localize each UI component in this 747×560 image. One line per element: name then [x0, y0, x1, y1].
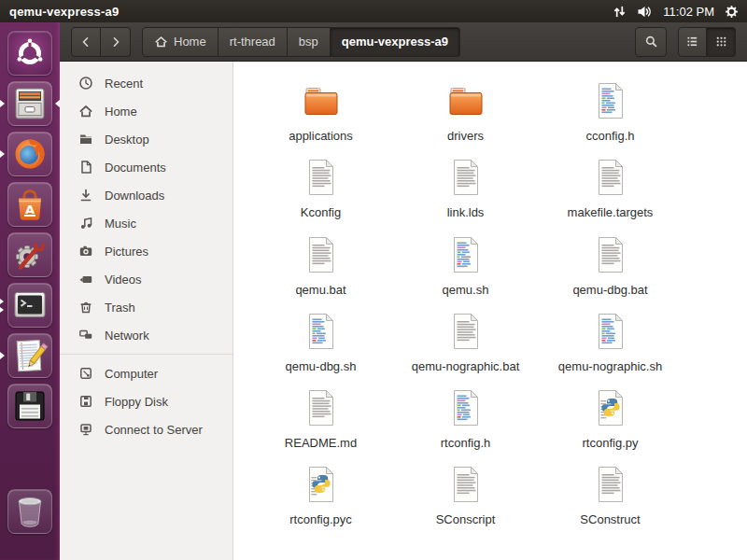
volume-icon[interactable]	[637, 5, 653, 19]
file-readme-md[interactable]: README.md	[248, 382, 393, 458]
launcher-item-dash[interactable]	[0, 31, 60, 76]
session-gear-icon[interactable]	[725, 5, 739, 19]
folder-file-icon	[444, 78, 488, 127]
sidebar-item-label: Videos	[105, 273, 142, 287]
launcher-item-settings[interactable]	[0, 232, 60, 277]
trash-icon	[7, 489, 52, 534]
indicator-area: 11:02 PM	[613, 5, 747, 19]
launcher-item-terminal[interactable]	[0, 283, 60, 328]
file-label: SConscript	[436, 512, 496, 527]
sidebar-separator	[60, 354, 233, 355]
sidebar-item-label: Music	[105, 217, 136, 231]
sidebar-item-home[interactable]: Home	[60, 97, 233, 125]
sidebar-item-trash[interactable]: Trash	[60, 293, 233, 321]
svg-text:A: A	[25, 203, 35, 217]
file-applications[interactable]: applications	[248, 75, 393, 151]
clock-label[interactable]: 11:02 PM	[663, 5, 714, 19]
file-drivers[interactable]: drivers	[393, 75, 538, 151]
places-sidebar: RecentHomeDesktopDocumentsDownloadsMusic…	[60, 62, 233, 560]
running-indicator	[0, 307, 4, 313]
file-rtconfig-pyc[interactable]: rtconfig.pyc	[248, 458, 393, 535]
file-label: rtconfig.h	[441, 436, 490, 451]
grid-view-button[interactable]	[707, 27, 736, 57]
sidebar-item-recent[interactable]: Recent	[60, 69, 233, 97]
file-label: makefile.targets	[568, 205, 654, 220]
text-file-icon	[444, 462, 488, 511]
file-qemu-nographic-bat[interactable]: qemu-nographic.bat	[393, 305, 538, 382]
sidebar-item-computer[interactable]: Computer	[60, 359, 233, 387]
back-button[interactable]	[71, 27, 101, 57]
floppy-icon	[7, 384, 52, 428]
window-title: qemu-vexpress-a9	[9, 5, 119, 19]
code-file-icon	[588, 309, 633, 357]
focused-indicator	[55, 100, 60, 107]
forward-button[interactable]	[101, 27, 131, 57]
file-rtconfig-h[interactable]: rtconfig.h	[393, 382, 538, 458]
file-label: link.lds	[447, 205, 485, 220]
breadcrumb: Homert-threadbspqemu-vexpress-a9	[142, 27, 460, 57]
sidebar-item-network[interactable]: Network	[60, 321, 233, 349]
file-qemu-dbg-bat[interactable]: qemu-dbg.bat	[538, 229, 683, 305]
breadcrumb-qemu-vexpress-a9[interactable]: qemu-vexpress-a9	[331, 27, 460, 57]
launcher-item-floppy[interactable]	[0, 384, 60, 428]
sidebar-item-label: Floppy Disk	[105, 395, 168, 409]
file-label: cconfig.h	[585, 129, 634, 144]
file-sconscript[interactable]: SConscript	[393, 458, 538, 535]
text-file-icon	[299, 232, 344, 281]
file-qemu-dbg-sh[interactable]: qemu-dbg.sh	[248, 305, 393, 382]
sidebar-item-desktop[interactable]: Desktop	[60, 125, 233, 153]
text-file-icon	[299, 385, 344, 434]
launcher-item-software-center[interactable]: A	[0, 182, 60, 227]
search-button[interactable]	[635, 27, 667, 57]
file-label: applications	[289, 129, 353, 144]
python-file-icon	[299, 462, 344, 511]
code-file-icon	[299, 309, 344, 357]
desktop-icon	[78, 132, 93, 147]
sidebar-item-downloads[interactable]: Downloads	[60, 181, 233, 209]
view-toggle	[678, 27, 736, 57]
file-label: README.md	[285, 436, 357, 451]
file-sconstruct[interactable]: SConstruct	[538, 458, 683, 535]
breadcrumb-label: bsp	[299, 35, 318, 49]
file-makefile-targets[interactable]: makefile.targets	[538, 151, 683, 228]
list-view-button[interactable]	[678, 27, 707, 57]
window-body: RecentHomeDesktopDocumentsDownloadsMusic…	[60, 62, 747, 560]
file-qemu-bat[interactable]: qemu.bat	[248, 229, 393, 305]
sidebar-item-pictures[interactable]: Pictures	[60, 237, 233, 265]
sidebar-item-label: Documents	[105, 161, 166, 175]
file-kconfig[interactable]: Kconfig	[248, 151, 393, 228]
file-cconfig-h[interactable]: cconfig.h	[538, 75, 683, 151]
sidebar-item-connect-to-server[interactable]: Connect to Server	[60, 415, 233, 443]
file-link-lds[interactable]: link.lds	[393, 151, 538, 228]
sidebar-item-floppy-disk[interactable]: Floppy Disk	[60, 387, 233, 415]
software-center-icon: A	[7, 182, 52, 227]
breadcrumb-bsp[interactable]: bsp	[288, 27, 331, 57]
breadcrumb-label: rt-thread	[230, 35, 275, 49]
sidebar-item-videos[interactable]: Videos	[60, 265, 233, 293]
launcher-item-trash[interactable]	[0, 489, 60, 534]
sidebar-item-music[interactable]: Music	[60, 209, 233, 237]
file-rtconfig-py[interactable]: rtconfig.py	[538, 382, 683, 458]
file-label: SConstruct	[580, 512, 640, 527]
folder-file-icon	[299, 78, 344, 127]
launcher-item-files[interactable]	[0, 81, 60, 126]
sidebar-item-label: Network	[105, 329, 149, 343]
downloads-icon	[78, 188, 93, 203]
text-file-icon	[444, 155, 488, 203]
launcher-item-text-editor[interactable]	[0, 333, 60, 378]
breadcrumb-rt-thread[interactable]: rt-thread	[218, 27, 288, 57]
running-indicator	[0, 100, 5, 107]
pictures-icon	[78, 244, 93, 259]
sidebar-item-label: Trash	[105, 301, 135, 315]
updown-arrows-icon[interactable]	[613, 5, 627, 19]
settings-icon	[7, 232, 52, 277]
file-qemu-sh[interactable]: qemu.sh	[393, 229, 538, 305]
sidebar-item-label: Connect to Server	[105, 423, 203, 437]
sidebar-item-label: Home	[105, 105, 137, 119]
sidebar-item-documents[interactable]: Documents	[60, 153, 233, 181]
file-qemu-nographic-sh[interactable]: qemu-nographic.sh	[538, 305, 683, 382]
launcher-item-firefox[interactable]	[0, 132, 60, 176]
nav-buttons	[71, 27, 131, 57]
breadcrumb-home[interactable]: Home	[142, 27, 218, 57]
sidebar-item-label: Recent	[105, 77, 143, 91]
